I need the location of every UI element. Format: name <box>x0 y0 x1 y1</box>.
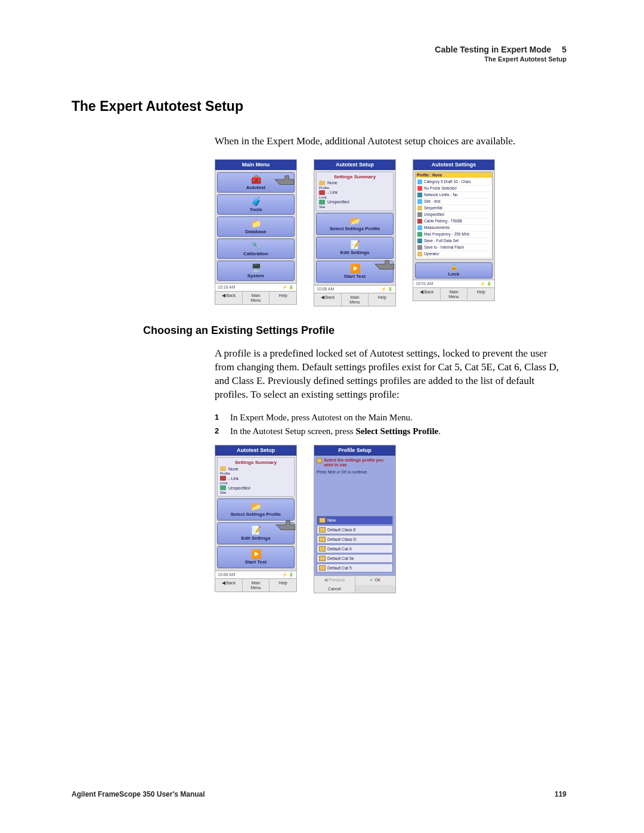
autotest-setup-screen-2: Autotest Setup Settings Summary None Pro… <box>215 445 297 592</box>
back-button[interactable]: ◀ Back <box>215 579 243 592</box>
status-icons: ⚡ 🔋 <box>282 572 294 577</box>
edit-icon: 📝 <box>251 526 261 534</box>
help-button[interactable]: Help <box>369 293 395 306</box>
edit-settings-button[interactable]: 📝Edit Settings <box>217 522 295 544</box>
limit-icon <box>220 476 226 481</box>
main-menu-button[interactable]: Main Menu <box>342 293 369 306</box>
back-button[interactable]: ◀ Back <box>314 293 342 306</box>
status-bar: 10:08 AM ⚡ 🔋 <box>215 571 296 578</box>
status-icons: ⚡ 🔋 <box>282 285 294 290</box>
profile-icon <box>220 466 226 471</box>
folder-icon <box>319 518 326 523</box>
status-bar: 10:08 AM ⚡ 🔋 <box>314 285 395 293</box>
profile-item[interactable]: Default Cat 5 <box>317 563 393 572</box>
bottom-buttons-2: Cancel <box>314 585 395 593</box>
autotest-settings-screen: Autotest Settings Profile : None Categor… <box>413 159 495 301</box>
profile-list[interactable]: New Default Class E Default Class D Defa… <box>317 516 393 572</box>
system-button[interactable]: 🖥️System <box>217 261 295 281</box>
page-footer: Agilent FrameScope 350 User's Manual 119 <box>72 790 566 798</box>
previous-button[interactable]: ◀ Previous <box>314 576 355 585</box>
autotest-settings-title: Autotest Settings <box>413 160 494 170</box>
subsection-heading: Choosing an Existing Settings Profile <box>143 324 566 337</box>
autotest-icon: 🧰 <box>251 175 261 184</box>
folder-icon <box>319 565 326 571</box>
start-test-button[interactable]: ▶️Start Test <box>316 261 394 283</box>
folder-icon: 📂 <box>350 216 360 225</box>
chapter-title: Cable Testing in Expert Mode <box>435 45 551 54</box>
section-heading: The Expert Autotest Setup <box>72 98 566 114</box>
start-test-button[interactable]: ▶️Start Test <box>217 546 295 568</box>
steps-list: 1 In Expert Mode, press Autotest on the … <box>215 413 566 436</box>
calibration-button[interactable]: 🔧Calibration <box>217 239 295 259</box>
back-button[interactable]: ◀ Back <box>413 288 441 301</box>
status-icons: ⚡ 🔋 <box>381 287 393 292</box>
step-1: 1 In Expert Mode, press Autotest on the … <box>215 413 566 423</box>
main-menu-button[interactable]: Main Menu <box>243 579 270 592</box>
settings-list[interactable]: Profile : None Category 6 Draft 10 - Cha… <box>415 172 493 259</box>
status-icons: ⚡ 🔋 <box>480 281 492 286</box>
screenshot-row-2: Autotest Setup Settings Summary None Pro… <box>215 445 566 593</box>
lock-button[interactable]: 🔒Lock <box>415 262 493 278</box>
edit-icon: 📝 <box>350 240 360 249</box>
autotest-setup-screen: Autotest Setup Settings Summary None Pro… <box>314 159 396 306</box>
select-profile-button[interactable]: 📂Select Settings Profile <box>316 213 394 235</box>
bottom-buttons: ◀ Back Main Menu Help <box>215 578 296 592</box>
profile-header: Profile : None <box>416 172 492 178</box>
main-menu-button[interactable]: Main Menu <box>441 288 468 301</box>
profile-setup-title: Profile Setup <box>314 445 395 456</box>
edit-settings-button[interactable]: 📝Edit Settings <box>316 237 394 259</box>
cancel-button[interactable]: Cancel <box>314 585 355 593</box>
setting-icon <box>417 179 422 184</box>
help-button[interactable]: Help <box>467 288 494 301</box>
setting-icon <box>417 252 422 256</box>
select-profile-button[interactable]: 📂Select Settings Profile <box>217 498 295 521</box>
chapter-number: 5 <box>562 45 566 54</box>
main-menu-title: Main Menu <box>215 160 296 170</box>
profile-item[interactable]: Default Cat 5e <box>317 554 393 563</box>
setting-icon <box>417 212 422 217</box>
profile-message-2: Press Next or OK to continue. <box>317 470 393 474</box>
setting-icon: ✖ <box>417 186 422 191</box>
back-button[interactable]: ◀ Back <box>215 292 243 304</box>
help-button[interactable]: Help <box>270 292 296 304</box>
lock-icon: 🔒 <box>450 264 457 270</box>
database-icon: 📁 <box>251 219 261 228</box>
main-menu-button[interactable]: Main Menu <box>243 292 270 304</box>
profile-item[interactable]: Default Class E <box>317 525 393 534</box>
folder-icon <box>317 458 322 463</box>
profile-item[interactable]: Default Class D <box>317 535 393 544</box>
profile-setup-screen: Profile Setup Select the settings profil… <box>314 445 396 593</box>
setting-icon <box>417 219 422 224</box>
setting-icon <box>417 225 422 230</box>
help-button[interactable]: Help <box>270 579 296 592</box>
chapter-subtitle: The Expert Autotest Setup <box>435 55 566 63</box>
profile-message: Select the settings profile you wish to … <box>324 458 393 468</box>
database-button[interactable]: 📁Database <box>217 216 295 237</box>
system-icon: 🖥️ <box>251 264 261 272</box>
subsection-paragraph: A profile is a predefined locked set of … <box>215 347 566 402</box>
folder-icon <box>319 537 326 542</box>
intro-paragraph: When in the Expert Mode, additional Auto… <box>215 135 566 148</box>
calibration-icon: 🔧 <box>251 241 261 250</box>
bottom-buttons: ◀ Back Main Menu Help <box>215 291 296 304</box>
bottom-buttons: ◀ Back Main Menu Help <box>314 293 395 306</box>
limit-icon <box>319 190 325 195</box>
tools-icon: 🧳 <box>251 197 261 206</box>
page-header: Cable Testing in Expert Mode 5 The Exper… <box>435 45 566 63</box>
autotest-setup-title: Autotest Setup <box>215 445 296 456</box>
setting-icon <box>417 206 422 210</box>
tools-button[interactable]: 🧳Tools <box>217 194 295 215</box>
profile-item[interactable]: Default Cat 6 <box>317 544 393 553</box>
ok-button[interactable]: ✔ OK <box>355 576 396 585</box>
summary-title: Settings Summary <box>220 460 292 465</box>
start-icon: ▶️ <box>251 550 261 558</box>
status-bar: 10:18 AM ⚡ 🔋 <box>215 283 296 291</box>
setting-icon <box>417 193 422 197</box>
step-2: 2 In the Autotest Setup screen, press Se… <box>215 426 566 436</box>
clock: 10:51 AM <box>416 281 434 286</box>
autotest-button[interactable]: 🧰Autotest <box>217 172 295 193</box>
profile-item-new[interactable]: New <box>317 516 393 525</box>
page-number: 119 <box>555 790 566 798</box>
clock: 10:18 AM <box>218 285 236 290</box>
screenshot-row-1: Main Menu 🧰Autotest 🧳Tools 📁Database 🔧Ca… <box>215 159 566 306</box>
